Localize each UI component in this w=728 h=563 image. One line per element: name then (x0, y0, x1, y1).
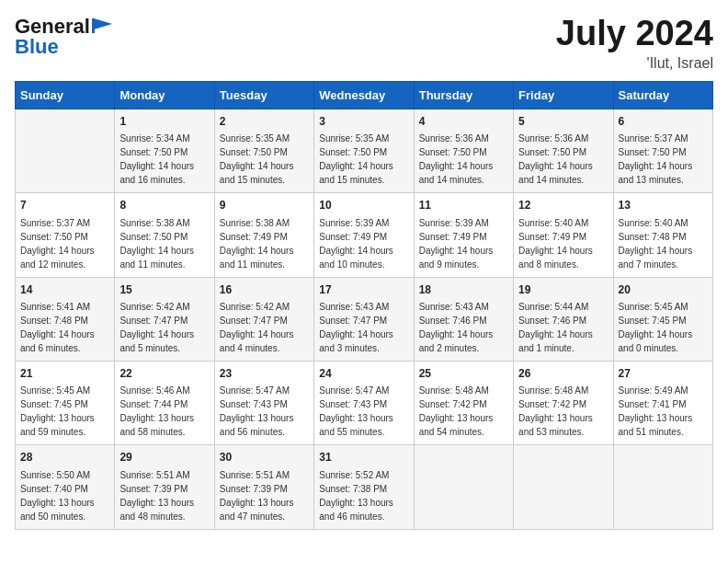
calendar-week-row: 21Sunrise: 5:45 AM Sunset: 7:45 PM Dayli… (16, 361, 713, 444)
header-monday: Monday (115, 81, 214, 109)
calendar-cell: 16Sunrise: 5:42 AM Sunset: 7:47 PM Dayli… (214, 277, 313, 361)
calendar-cell: 21Sunrise: 5:45 AM Sunset: 7:45 PM Dayli… (16, 361, 115, 444)
page-header: General Blue July 2024 'Ilut, Israel (15, 15, 713, 72)
calendar-cell: 17Sunrise: 5:43 AM Sunset: 7:47 PM Dayli… (314, 277, 414, 361)
day-number: 25 (419, 366, 508, 382)
calendar-cell: 30Sunrise: 5:51 AM Sunset: 7:39 PM Dayli… (214, 445, 313, 529)
cell-sun-info: Sunrise: 5:46 AM Sunset: 7:44 PM Dayligh… (119, 384, 209, 439)
calendar-cell: 26Sunrise: 5:48 AM Sunset: 7:42 PM Dayli… (514, 361, 613, 444)
day-number: 23 (220, 366, 309, 382)
logo-flag-icon (92, 18, 112, 33)
calendar-cell: 29Sunrise: 5:51 AM Sunset: 7:39 PM Dayli… (115, 445, 214, 529)
day-number: 24 (319, 366, 408, 382)
cell-sun-info: Sunrise: 5:40 AM Sunset: 7:48 PM Dayligh… (619, 216, 708, 271)
cell-sun-info: Sunrise: 5:48 AM Sunset: 7:42 PM Dayligh… (518, 384, 608, 439)
day-number: 18 (419, 282, 508, 298)
month-year-title: July 2024 (556, 15, 713, 53)
cell-sun-info: Sunrise: 5:39 AM Sunset: 7:49 PM Dayligh… (319, 216, 408, 271)
cell-sun-info: Sunrise: 5:43 AM Sunset: 7:46 PM Dayligh… (419, 300, 508, 355)
header-saturday: Saturday (613, 81, 712, 109)
cell-sun-info: Sunrise: 5:51 AM Sunset: 7:39 PM Dayligh… (220, 468, 309, 523)
day-number: 7 (20, 198, 109, 213)
calendar-cell: 28Sunrise: 5:50 AM Sunset: 7:40 PM Dayli… (16, 445, 115, 529)
day-number: 10 (319, 198, 408, 213)
calendar-cell: 13Sunrise: 5:40 AM Sunset: 7:48 PM Dayli… (613, 193, 712, 277)
day-number: 6 (619, 114, 708, 130)
header-friday: Friday (514, 81, 613, 109)
calendar-cell: 23Sunrise: 5:47 AM Sunset: 7:43 PM Dayli… (214, 361, 313, 444)
calendar-week-row: 28Sunrise: 5:50 AM Sunset: 7:40 PM Dayli… (16, 445, 713, 529)
cell-sun-info: Sunrise: 5:51 AM Sunset: 7:39 PM Dayligh… (119, 468, 209, 523)
day-number: 5 (518, 114, 608, 130)
day-number: 11 (419, 198, 508, 213)
header-wednesday: Wednesday (314, 81, 414, 109)
cell-sun-info: Sunrise: 5:35 AM Sunset: 7:50 PM Dayligh… (319, 132, 408, 187)
cell-sun-info: Sunrise: 5:45 AM Sunset: 7:45 PM Dayligh… (20, 384, 109, 439)
day-number: 19 (518, 282, 608, 298)
day-number: 30 (220, 450, 309, 465)
cell-sun-info: Sunrise: 5:45 AM Sunset: 7:45 PM Dayligh… (619, 300, 708, 355)
header-thursday: Thursday (414, 81, 513, 109)
calendar-cell: 6Sunrise: 5:37 AM Sunset: 7:50 PM Daylig… (613, 109, 712, 192)
day-number: 27 (619, 366, 708, 382)
calendar-cell (613, 445, 712, 529)
calendar-cell: 1Sunrise: 5:34 AM Sunset: 7:50 PM Daylig… (115, 109, 214, 192)
calendar-cell: 12Sunrise: 5:40 AM Sunset: 7:49 PM Dayli… (514, 193, 613, 277)
cell-sun-info: Sunrise: 5:41 AM Sunset: 7:48 PM Dayligh… (20, 300, 109, 355)
cell-sun-info: Sunrise: 5:50 AM Sunset: 7:40 PM Dayligh… (20, 468, 109, 523)
cell-sun-info: Sunrise: 5:47 AM Sunset: 7:43 PM Dayligh… (220, 384, 309, 439)
cell-sun-info: Sunrise: 5:37 AM Sunset: 7:50 PM Dayligh… (20, 216, 109, 271)
day-number: 15 (119, 282, 209, 298)
day-number: 22 (119, 366, 209, 382)
cell-sun-info: Sunrise: 5:36 AM Sunset: 7:50 PM Dayligh… (518, 132, 608, 187)
day-number: 2 (220, 114, 309, 130)
calendar-cell: 9Sunrise: 5:38 AM Sunset: 7:49 PM Daylig… (214, 193, 313, 277)
header-tuesday: Tuesday (214, 81, 313, 109)
day-number: 1 (119, 114, 209, 130)
cell-sun-info: Sunrise: 5:42 AM Sunset: 7:47 PM Dayligh… (119, 300, 209, 355)
title-block: July 2024 'Ilut, Israel (556, 15, 713, 72)
cell-sun-info: Sunrise: 5:38 AM Sunset: 7:50 PM Dayligh… (119, 216, 209, 271)
calendar-cell: 7Sunrise: 5:37 AM Sunset: 7:50 PM Daylig… (16, 193, 115, 277)
calendar-cell: 8Sunrise: 5:38 AM Sunset: 7:50 PM Daylig… (115, 193, 214, 277)
cell-sun-info: Sunrise: 5:48 AM Sunset: 7:42 PM Dayligh… (419, 384, 508, 439)
day-number: 14 (20, 282, 109, 298)
day-number: 31 (319, 450, 408, 465)
svg-marker-0 (94, 18, 112, 29)
cell-sun-info: Sunrise: 5:43 AM Sunset: 7:47 PM Dayligh… (319, 300, 408, 355)
calendar-cell: 11Sunrise: 5:39 AM Sunset: 7:49 PM Dayli… (414, 193, 513, 277)
cell-sun-info: Sunrise: 5:40 AM Sunset: 7:49 PM Dayligh… (518, 216, 608, 271)
calendar-cell: 4Sunrise: 5:36 AM Sunset: 7:50 PM Daylig… (414, 109, 513, 192)
svg-rect-1 (92, 18, 95, 33)
calendar-cell: 27Sunrise: 5:49 AM Sunset: 7:41 PM Dayli… (613, 361, 712, 444)
cell-sun-info: Sunrise: 5:52 AM Sunset: 7:38 PM Dayligh… (319, 468, 408, 523)
day-number: 8 (119, 198, 209, 213)
calendar-week-row: 14Sunrise: 5:41 AM Sunset: 7:48 PM Dayli… (16, 277, 713, 361)
calendar-cell (514, 445, 613, 529)
logo-blue-text: Blue (15, 35, 59, 59)
calendar-cell: 22Sunrise: 5:46 AM Sunset: 7:44 PM Dayli… (115, 361, 214, 444)
location-subtitle: 'Ilut, Israel (556, 55, 713, 72)
calendar-cell: 20Sunrise: 5:45 AM Sunset: 7:45 PM Dayli… (613, 277, 712, 361)
day-number: 17 (319, 282, 408, 298)
day-number: 13 (619, 198, 708, 213)
day-number: 28 (20, 450, 109, 465)
calendar-cell (414, 445, 513, 529)
cell-sun-info: Sunrise: 5:42 AM Sunset: 7:47 PM Dayligh… (220, 300, 309, 355)
day-number: 21 (20, 366, 109, 382)
day-number: 29 (119, 450, 209, 465)
cell-sun-info: Sunrise: 5:44 AM Sunset: 7:46 PM Dayligh… (518, 300, 608, 355)
calendar-cell: 5Sunrise: 5:36 AM Sunset: 7:50 PM Daylig… (514, 109, 613, 192)
calendar-cell: 19Sunrise: 5:44 AM Sunset: 7:46 PM Dayli… (514, 277, 613, 361)
calendar-cell: 24Sunrise: 5:47 AM Sunset: 7:43 PM Dayli… (314, 361, 414, 444)
calendar-cell: 18Sunrise: 5:43 AM Sunset: 7:46 PM Dayli… (414, 277, 513, 361)
day-number: 4 (419, 114, 508, 130)
calendar-cell: 31Sunrise: 5:52 AM Sunset: 7:38 PM Dayli… (314, 445, 414, 529)
calendar-header-row: SundayMondayTuesdayWednesdayThursdayFrid… (16, 81, 713, 109)
cell-sun-info: Sunrise: 5:47 AM Sunset: 7:43 PM Dayligh… (319, 384, 408, 439)
calendar-week-row: 1Sunrise: 5:34 AM Sunset: 7:50 PM Daylig… (16, 109, 713, 192)
header-sunday: Sunday (16, 81, 115, 109)
cell-sun-info: Sunrise: 5:49 AM Sunset: 7:41 PM Dayligh… (619, 384, 708, 439)
cell-sun-info: Sunrise: 5:34 AM Sunset: 7:50 PM Dayligh… (119, 132, 209, 187)
calendar-table: SundayMondayTuesdayWednesdayThursdayFrid… (15, 81, 713, 530)
